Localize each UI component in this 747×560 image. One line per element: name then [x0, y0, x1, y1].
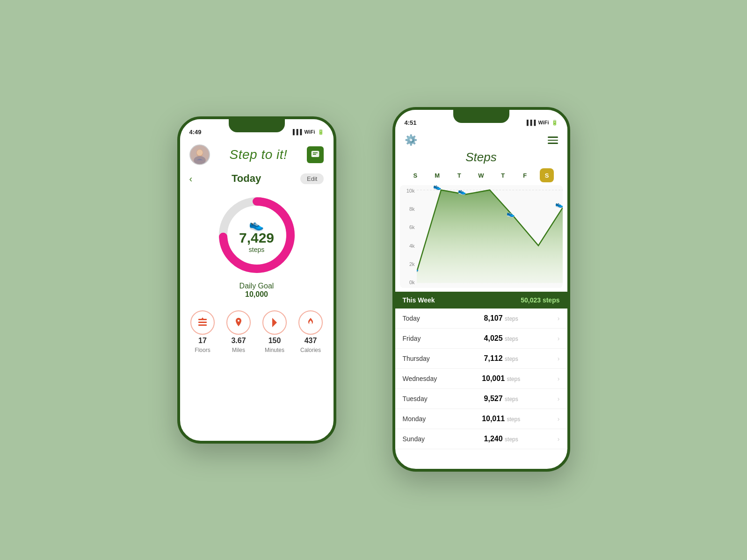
floors-value: 17 [198, 337, 207, 345]
week-summary-label: This Week [403, 296, 435, 304]
minutes-value: 150 [268, 337, 281, 345]
day-list: Today 8,107 steps › Friday 4,025 steps ›… [395, 309, 567, 449]
ring-wrapper: 👟 7,429 steps [215, 193, 299, 277]
week-row: S M T W T F S [395, 168, 567, 185]
scene: 4:49 ▐▐▐ WiFi 🔋 Step to it! [177, 88, 570, 472]
weekday-w[interactable]: W [474, 168, 488, 182]
svg-point-3 [196, 150, 203, 156]
day-steps-thursday: 7,112 steps [484, 354, 518, 363]
weekday-t1[interactable]: T [452, 168, 466, 182]
weekday-s1[interactable]: S [408, 168, 422, 182]
daily-goal-value: 10,000 [239, 290, 274, 299]
list-item-wednesday[interactable]: Wednesday 10,001 steps › [395, 369, 567, 389]
svg-text:👟: 👟 [433, 185, 442, 191]
y-label-6k: 6k [400, 224, 417, 230]
weekday-f[interactable]: F [518, 168, 532, 182]
battery-icon-2: 🔋 [551, 120, 558, 126]
day-name-thursday: Thursday [403, 355, 436, 362]
list-item-monday[interactable]: Monday 10,011 steps › [395, 409, 567, 429]
weekday-t2[interactable]: T [496, 168, 510, 182]
day-steps-monday: 10,011 steps [482, 415, 520, 423]
ring-center: 👟 7,429 steps [239, 217, 274, 253]
chevron-monday: › [558, 415, 560, 423]
chevron-thursday: › [558, 355, 560, 362]
miles-icon [226, 310, 251, 335]
status-icons-1: ▐▐▐ WiFi 🔋 [291, 129, 324, 135]
list-item-today[interactable]: Today 8,107 steps › [395, 309, 567, 329]
notch-2 [453, 110, 509, 123]
weekday-m[interactable]: M [430, 168, 444, 182]
chat-button[interactable] [307, 146, 324, 163]
status-bar-1: 4:49 ▐▐▐ WiFi 🔋 [180, 119, 334, 140]
day-name-tuesday: Tuesday [403, 395, 436, 402]
day-steps-friday: 4,025 steps [484, 334, 518, 343]
app-title: Step to it! [230, 147, 288, 162]
chart-svg: 👟 👟 👟 👟 👟 [417, 185, 563, 288]
svg-text:👟: 👟 [457, 187, 466, 195]
weekday-s2-active[interactable]: S [540, 168, 554, 182]
chart-y-axis: 0k 2k 4k 6k 8k ★10k [400, 185, 417, 288]
stats-row: 17 Floors 3.67 Miles 150 M [180, 301, 334, 358]
miles-stat: 3.67 Miles [226, 310, 251, 353]
battery-icon: 🔋 [318, 129, 324, 135]
notch-1 [229, 119, 285, 132]
svg-text:👟: 👟 [507, 209, 515, 218]
minutes-stat: 150 Minutes [262, 310, 287, 353]
y-label-0k: 0k [400, 280, 417, 285]
svg-marker-13 [201, 317, 204, 319]
day-name-friday: Friday [403, 335, 436, 342]
y-label-8k: 8k [400, 206, 417, 212]
chart-inner: 👟 👟 👟 👟 👟 [417, 185, 563, 288]
miles-value: 3.67 [231, 337, 246, 345]
steps-count: 7,429 [239, 230, 274, 246]
day-name-sunday: Sunday [403, 435, 436, 443]
edit-button[interactable]: Edit [300, 173, 324, 184]
back-button[interactable]: ‹ [189, 173, 193, 184]
day-name-monday: Monday [403, 415, 436, 423]
floors-label: Floors [195, 347, 210, 353]
day-steps-wednesday: 10,001 steps [482, 374, 520, 383]
list-item-tuesday[interactable]: Tuesday 9,527 steps › [395, 389, 567, 409]
avatar[interactable] [189, 144, 210, 165]
calories-stat: 437 Calories [298, 310, 323, 353]
chevron-wednesday: › [558, 375, 560, 382]
chevron-tuesday: › [558, 395, 560, 402]
phone-1: 4:49 ▐▐▐ WiFi 🔋 Step to it! [177, 116, 336, 444]
daily-goal: Daily Goal 10,000 [239, 282, 274, 299]
svg-rect-4 [312, 151, 319, 157]
steps-label: steps [239, 246, 274, 253]
day-name-today: Today [403, 315, 436, 322]
steps-chart: 0k 2k 4k 6k 8k ★10k [400, 185, 563, 288]
floors-icon [190, 310, 215, 335]
svg-marker-16 [417, 190, 563, 283]
svg-rect-11 [198, 322, 207, 323]
today-nav: ‹ Today Edit [180, 169, 334, 188]
calories-value: 437 [305, 337, 317, 345]
day-steps-tuesday: 9,527 steps [484, 395, 518, 403]
menu-button[interactable] [548, 136, 558, 144]
chevron-friday: › [558, 335, 560, 342]
signal-icon: ▐▐▐ [291, 129, 302, 135]
y-label-4k: 4k [400, 243, 417, 249]
status-icons-2: ▐▐▐ WiFi 🔋 [525, 120, 558, 126]
steps-title: Steps [395, 148, 567, 168]
time-1: 4:49 [189, 129, 202, 136]
minutes-icon [262, 310, 287, 335]
ring-container: 👟 7,429 steps Daily Goal 10,000 [180, 188, 334, 301]
list-item-sunday[interactable]: Sunday 1,240 steps › [395, 429, 567, 449]
y-label-10k: ★10k [400, 188, 417, 194]
chevron-sunday: › [558, 435, 560, 443]
svg-text:👟: 👟 [555, 200, 563, 208]
phone-2: 4:51 ▐▐▐ WiFi 🔋 ⚙️ Steps S M T W T [392, 107, 570, 472]
chevron-today: › [558, 315, 560, 322]
status-bar-2: 4:51 ▐▐▐ WiFi 🔋 [395, 110, 567, 130]
day-steps-sunday: 1,240 steps [484, 435, 518, 443]
time-2: 4:51 [405, 119, 417, 126]
list-item-thursday[interactable]: Thursday 7,112 steps › [395, 349, 567, 369]
settings-button[interactable]: ⚙️ [405, 134, 417, 146]
week-total-steps: 50,023 steps [521, 296, 559, 304]
phone2-header: ⚙️ [395, 130, 567, 148]
svg-rect-12 [198, 324, 207, 326]
list-item-friday[interactable]: Friday 4,025 steps › [395, 329, 567, 349]
day-steps-today: 8,107 steps [484, 314, 518, 323]
